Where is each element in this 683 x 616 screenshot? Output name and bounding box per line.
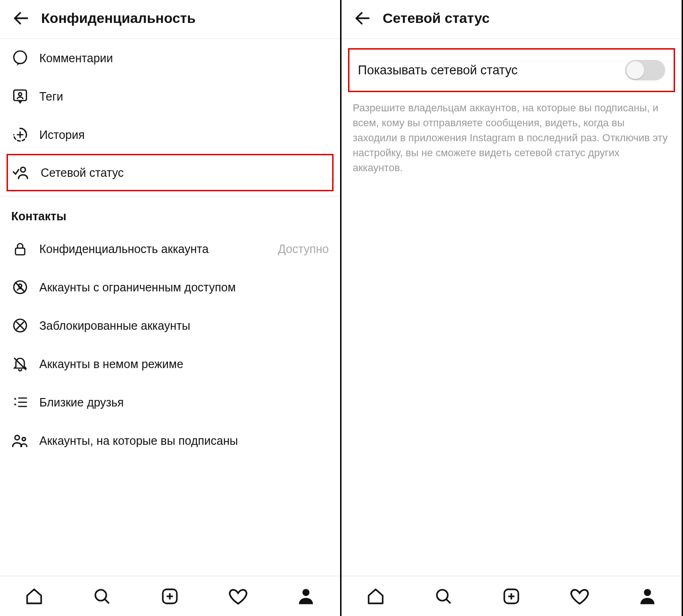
- item-account-privacy[interactable]: Конфиденциальность аккаунта Доступно: [0, 230, 340, 268]
- content: Комментарии Теги История Сетевой статус …: [0, 39, 340, 576]
- arrow-left-icon: [12, 9, 30, 28]
- lock-icon: [11, 240, 29, 258]
- activity-status-screen: Сетевой статус Показывать сетевой статус…: [342, 0, 683, 616]
- svg-point-21: [22, 437, 25, 441]
- svg-point-22: [95, 589, 106, 600]
- toggle-show-activity-status[interactable]: Показывать сетевой статус: [349, 50, 674, 91]
- item-tags[interactable]: Теги: [0, 77, 340, 116]
- plus-square-icon: [160, 587, 179, 606]
- item-label: Заблокированные аккаунты: [39, 319, 190, 333]
- arrow-left-icon: [353, 9, 372, 28]
- home-icon: [25, 587, 44, 606]
- restricted-icon: [11, 278, 29, 296]
- toggle-knob: [626, 61, 644, 79]
- following-icon: [11, 432, 29, 449]
- toggle-label: Показывать сетевой статус: [358, 63, 617, 78]
- item-following[interactable]: Аккаунты, на которые вы подписаны: [0, 421, 340, 460]
- page-title: Конфиденциальность: [41, 10, 196, 26]
- svg-marker-15: [14, 398, 17, 400]
- item-trail: Доступно: [278, 242, 329, 256]
- item-label: История: [39, 128, 85, 142]
- content: Показывать сетевой статус Разрешите влад…: [342, 39, 682, 576]
- blocked-icon: [11, 317, 29, 334]
- story-plus-icon: [11, 126, 29, 144]
- item-muted[interactable]: Аккаунты в немом режиме: [0, 345, 340, 383]
- svg-point-20: [15, 435, 19, 440]
- heart-icon: [228, 587, 248, 606]
- bottom-nav: [342, 576, 682, 616]
- profile-icon: [638, 587, 657, 606]
- activity-status-icon: [13, 164, 30, 181]
- svg-point-34: [644, 589, 651, 596]
- item-story[interactable]: История: [0, 116, 340, 154]
- home-icon: [366, 587, 385, 606]
- plus-square-icon: [502, 587, 521, 606]
- highlight-activity-status: Сетевой статус: [7, 154, 334, 191]
- nav-home[interactable]: [365, 586, 386, 607]
- nav-create[interactable]: [501, 586, 522, 607]
- item-activity-status[interactable]: Сетевой статус: [8, 155, 332, 190]
- nav-profile[interactable]: [296, 586, 316, 607]
- item-restricted[interactable]: Аккаунты с ограниченным доступом: [0, 268, 340, 306]
- back-button[interactable]: [353, 8, 372, 28]
- item-label: Аккаунты, на которые вы подписаны: [39, 434, 238, 448]
- bell-off-icon: [11, 355, 29, 373]
- svg-point-3: [19, 93, 22, 96]
- profile-icon: [297, 587, 315, 606]
- nav-profile[interactable]: [637, 586, 658, 607]
- item-label: Комментарии: [39, 51, 113, 65]
- svg-line-23: [105, 599, 109, 603]
- item-label: Аккаунты в немом режиме: [39, 357, 183, 371]
- helper-text: Разрешите владельцам аккаунтов, на котор…: [342, 92, 682, 175]
- svg-point-27: [303, 589, 310, 596]
- section-contacts-title: Контакты: [0, 196, 340, 230]
- tag-person-icon: [11, 87, 29, 105]
- nav-search[interactable]: [433, 586, 454, 607]
- nav-activity[interactable]: [228, 586, 248, 607]
- item-label: Близкие друзья: [39, 396, 124, 409]
- svg-line-30: [446, 599, 450, 603]
- svg-marker-16: [14, 403, 17, 406]
- close-friends-icon: [11, 393, 29, 411]
- highlight-show-activity-toggle: Показывать сетевой статус: [348, 48, 675, 92]
- page-title: Сетевой статус: [383, 10, 490, 26]
- item-close-friends[interactable]: Близкие друзья: [0, 383, 340, 421]
- item-comments[interactable]: Комментарии: [0, 39, 340, 77]
- svg-point-29: [437, 589, 448, 600]
- item-blocked[interactable]: Заблокированные аккаунты: [0, 306, 340, 345]
- back-button[interactable]: [11, 8, 31, 28]
- nav-search[interactable]: [92, 586, 112, 607]
- bottom-nav: [0, 576, 340, 616]
- item-label: Сетевой статус: [41, 166, 124, 180]
- comment-icon: [11, 49, 29, 67]
- nav-activity[interactable]: [569, 586, 590, 607]
- item-label: Аккаунты с ограниченным доступом: [39, 281, 236, 294]
- svg-point-1: [14, 51, 27, 64]
- svg-point-6: [21, 167, 25, 172]
- heart-icon: [570, 587, 589, 606]
- svg-rect-7: [15, 248, 25, 255]
- toggle-switch[interactable]: [625, 60, 665, 80]
- nav-create[interactable]: [160, 586, 180, 607]
- header: Сетевой статус: [342, 0, 682, 39]
- item-label: Конфиденциальность аккаунта: [39, 242, 209, 256]
- privacy-screen: Конфиденциальность Комментарии Теги Исто…: [0, 0, 342, 616]
- header: Конфиденциальность: [0, 0, 340, 39]
- search-icon: [434, 587, 453, 606]
- search-icon: [93, 587, 111, 606]
- nav-home[interactable]: [24, 586, 44, 607]
- item-label: Теги: [39, 90, 63, 103]
